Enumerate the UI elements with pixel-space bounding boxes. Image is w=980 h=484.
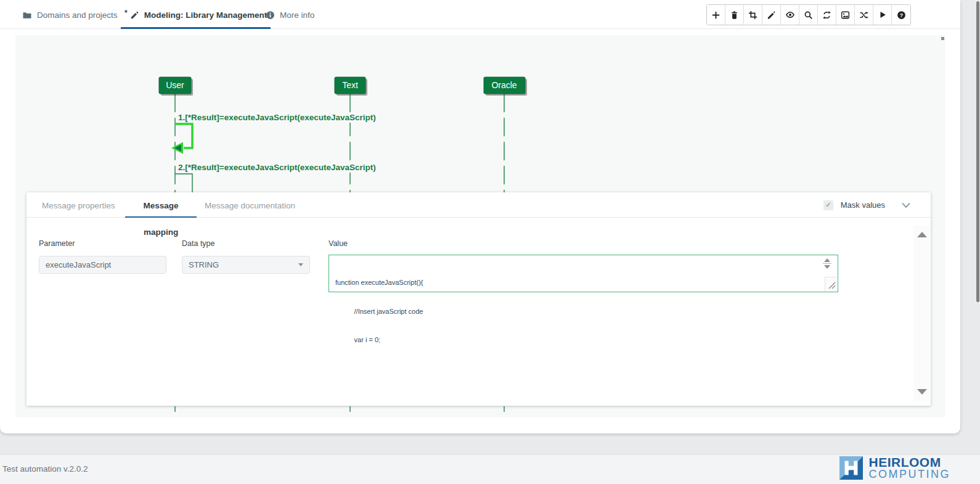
tab-message-properties[interactable]: Message properties bbox=[42, 192, 115, 218]
tab-more-info[interactable]: More info bbox=[262, 0, 318, 29]
footer: Test automation v.2.0.2 HEIRLOOM COMPUTI… bbox=[0, 454, 980, 484]
actor-label: User bbox=[166, 80, 184, 90]
svg-text:?: ? bbox=[899, 12, 902, 18]
parameter-label: Parameter bbox=[39, 239, 75, 248]
message-label: 2.[*Result]=executeJavaScript(executeJav… bbox=[178, 163, 376, 172]
code-line: var i = 0; bbox=[335, 335, 423, 345]
image-icon bbox=[841, 10, 850, 20]
tab-label: More info bbox=[280, 10, 314, 20]
tab-message-mapping[interactable]: Message mapping bbox=[125, 192, 197, 218]
actor-text[interactable]: Text bbox=[335, 77, 367, 96]
parameter-value: executeJavaScript bbox=[46, 260, 111, 269]
actor-label: Oracle bbox=[491, 80, 517, 90]
spinner-down-icon[interactable] bbox=[824, 265, 830, 269]
shuffle-icon bbox=[859, 10, 868, 20]
refresh-icon bbox=[822, 10, 831, 20]
run-button[interactable] bbox=[873, 5, 892, 25]
value-code-editor[interactable]: function executeJavaScript(){ //Insert j… bbox=[329, 255, 838, 292]
actor-user[interactable]: User bbox=[159, 77, 193, 96]
data-type-label: Data type bbox=[182, 239, 215, 248]
app-version: Test automation v.2.0.2 bbox=[2, 455, 88, 482]
chevron-down-icon[interactable] bbox=[901, 202, 911, 208]
search-icon bbox=[804, 10, 813, 20]
logo-title: HEIRLOOM bbox=[869, 456, 951, 469]
canvas-corner-dot bbox=[941, 37, 944, 40]
diagram-toolbar: ? bbox=[706, 4, 911, 25]
crop-button[interactable] bbox=[744, 5, 762, 25]
value-label: Value bbox=[329, 239, 348, 248]
scroll-up-icon[interactable] bbox=[917, 232, 927, 237]
add-icon bbox=[711, 10, 721, 20]
folder-icon bbox=[22, 10, 32, 20]
data-type-value: STRING bbox=[189, 260, 219, 269]
resize-grip[interactable] bbox=[825, 277, 837, 291]
code-line: function executeJavaScript(){ bbox=[335, 278, 423, 288]
tab-label: Modeling: Library Management bbox=[144, 10, 267, 20]
shuffle-button[interactable] bbox=[855, 5, 873, 25]
spinner-up-icon[interactable] bbox=[824, 258, 830, 262]
heirloom-logo-mark bbox=[839, 456, 863, 480]
data-type-select[interactable]: STRING bbox=[182, 256, 310, 274]
trash-icon bbox=[730, 10, 739, 20]
tab-domains-and-projects[interactable]: Domains and projects bbox=[18, 0, 121, 29]
wand-icon bbox=[767, 10, 776, 20]
edit-button[interactable] bbox=[762, 5, 781, 25]
play-icon bbox=[878, 10, 887, 19]
code-line: //Insert javaScript code bbox=[335, 307, 423, 317]
help-icon: ? bbox=[897, 10, 906, 20]
refresh-button[interactable] bbox=[818, 5, 836, 25]
add-button[interactable] bbox=[707, 5, 725, 25]
panel-tabbar: Message properties Message mapping Messa… bbox=[27, 192, 931, 218]
mask-values-checkbox[interactable]: ✓ bbox=[823, 200, 833, 210]
modified-marker: * bbox=[125, 9, 128, 17]
tab-modeling-library-management[interactable]: * Modeling: Library Management bbox=[121, 0, 271, 29]
mask-values-label: Mask values bbox=[841, 200, 885, 210]
image-button[interactable] bbox=[836, 5, 855, 25]
search-button[interactable] bbox=[799, 5, 818, 25]
message-panel: Message properties Message mapping Messa… bbox=[27, 192, 931, 406]
value-spinner bbox=[822, 258, 832, 269]
app-card: Domains and projects * Modeling: Library… bbox=[0, 0, 960, 433]
mask-values-control: ✓ Mask values bbox=[823, 192, 911, 218]
tab-message-documentation[interactable]: Message documentation bbox=[205, 192, 295, 218]
panel-scrollbar[interactable] bbox=[913, 226, 931, 401]
logo-subtitle: COMPUTING bbox=[869, 469, 951, 480]
message-1[interactable]: 1.[*Result]=executeJavaScript(executeJav… bbox=[171, 112, 376, 154]
crop-icon bbox=[748, 10, 757, 20]
parameter-input[interactable]: executeJavaScript bbox=[39, 256, 166, 274]
actor-label: Text bbox=[342, 80, 358, 90]
actor-oracle[interactable]: Oracle bbox=[484, 77, 527, 96]
scroll-down-icon[interactable] bbox=[917, 389, 927, 395]
pencil-icon bbox=[130, 10, 139, 20]
tab-label: Domains and projects bbox=[37, 10, 118, 20]
spinner-divider bbox=[823, 263, 831, 264]
help-button[interactable]: ? bbox=[892, 5, 910, 25]
delete-button[interactable] bbox=[725, 5, 744, 25]
window-scrollbar-thumb[interactable] bbox=[976, 1, 979, 302]
message-label: 1.[*Result]=executeJavaScript(executeJav… bbox=[178, 113, 376, 122]
eye-icon bbox=[785, 10, 795, 20]
select-caret-icon bbox=[298, 263, 303, 266]
info-icon bbox=[266, 10, 275, 20]
heirloom-logo: HEIRLOOM COMPUTING bbox=[839, 456, 951, 480]
view-button[interactable] bbox=[781, 5, 799, 25]
self-message-loop-selected[interactable] bbox=[175, 124, 192, 148]
